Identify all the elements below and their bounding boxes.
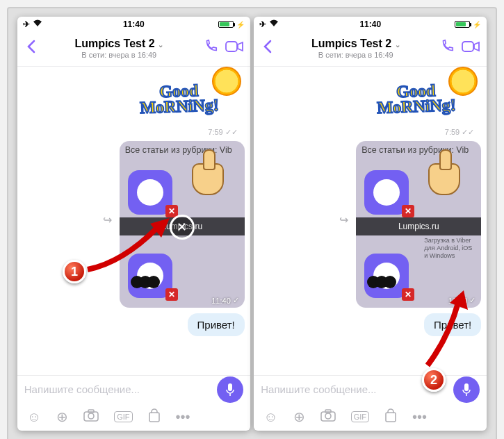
url-overlay: Lumpics.ru <box>356 217 481 235</box>
svg-rect-4 <box>88 410 94 413</box>
sticker-line2: MoRNiNg! <box>140 96 219 117</box>
message-input[interactable] <box>261 383 448 395</box>
annotation-badge-1: 1 <box>63 260 86 283</box>
sticker-picker-button[interactable]: ☺ <box>263 409 277 425</box>
chat-status: В сети: вчера в 16:49 <box>276 51 435 60</box>
shop-button[interactable] <box>384 408 397 426</box>
message-input-bar <box>254 375 487 403</box>
shop-button[interactable] <box>148 408 161 426</box>
attachment-toolbar: ☺ ⊕ GIF ••• <box>17 403 250 431</box>
wifi-icon <box>269 19 279 29</box>
svg-rect-11 <box>386 413 396 422</box>
more-button[interactable]: ••• <box>412 409 427 425</box>
back-button[interactable] <box>258 40 276 58</box>
chat-title: Lumpics Test 2 <box>74 38 154 49</box>
svg-rect-0 <box>226 42 237 51</box>
people-icon <box>367 276 405 292</box>
image-timestamp: 11:40 ✓ <box>211 296 239 305</box>
gif-button[interactable]: GIF <box>351 411 369 422</box>
charging-icon: ⚡ <box>236 21 245 28</box>
attachment-toolbar: ☺ ⊕ GIF ••• <box>254 403 487 431</box>
svg-rect-5 <box>149 413 159 422</box>
charging-icon: ⚡ <box>473 21 481 28</box>
airplane-mode-icon: ✈ <box>23 19 30 29</box>
svg-rect-7 <box>464 383 469 391</box>
image-subtext: Загрузка в Viber для Android, iOS и Wind… <box>424 237 477 259</box>
svg-point-9 <box>325 413 331 419</box>
annotation-badge-2: 2 <box>422 368 446 392</box>
voice-message-button[interactable] <box>453 376 480 403</box>
sent-check-icon: ✓ <box>233 296 239 305</box>
status-time: 11:40 <box>359 19 381 29</box>
pointing-hand-icon <box>428 163 460 195</box>
video-call-button[interactable] <box>222 40 246 56</box>
wifi-icon <box>33 19 42 29</box>
back-button[interactable] <box>22 40 40 58</box>
good-morning-sticker[interactable]: Good MoRNiNg! <box>353 69 478 129</box>
gif-button[interactable]: GIF <box>114 411 132 422</box>
status-bar: ✈ 11:40 ⚡ <box>254 17 487 31</box>
svg-rect-6 <box>462 42 473 51</box>
chat-title-area[interactable]: Lumpics Test 2 ⌄ В сети: вчера в 16:49 <box>40 37 199 59</box>
voice-message-button[interactable] <box>217 376 243 403</box>
sticker-line2: MoRNiNg! <box>377 96 456 117</box>
viber-logo-icon: ✕ <box>364 170 409 215</box>
image-caption: Все статьи из рубрики: Vib <box>125 145 239 155</box>
annotation-arrow-2 <box>414 289 476 372</box>
image-message-bubble[interactable]: Все статьи из рубрики: Vib ✕ Lumpics.ru … <box>356 141 481 308</box>
chat-title: Lumpics Test 2 <box>311 38 391 49</box>
battery-icon <box>218 21 234 28</box>
svg-rect-10 <box>325 410 331 413</box>
chevron-down-icon: ⌄ <box>395 41 400 49</box>
camera-button[interactable] <box>320 409 336 425</box>
more-button[interactable]: ••• <box>176 409 190 425</box>
chat-status: В сети: вчера в 16:49 <box>40 51 199 60</box>
viber-logo-icon: ✕ <box>128 170 172 215</box>
chevron-down-icon: ⌄ <box>158 41 163 49</box>
sticker-picker-button[interactable]: ☺ <box>27 409 41 425</box>
voice-call-button[interactable] <box>435 39 459 58</box>
good-morning-sticker[interactable]: Good MoRNiNg! <box>117 69 242 129</box>
message-input-bar <box>17 375 250 403</box>
comparison-frame: ✈ 11:40 ⚡ Lumpics Test 2 ⌄ В сети: вчера… <box>7 7 497 439</box>
image-caption: Все статьи из рубрики: Vib <box>361 145 475 155</box>
annotation-arrow-1 <box>81 214 178 276</box>
message-input[interactable] <box>24 383 211 395</box>
airplane-mode-icon: ✈ <box>259 19 266 29</box>
text-message-bubble[interactable]: Привет! <box>188 313 245 336</box>
status-bar: ✈ 11:40 ⚡ <box>17 17 250 31</box>
share-icon[interactable]: ↪ <box>339 213 348 226</box>
plus-button[interactable]: ⊕ <box>56 408 68 425</box>
chat-header: Lumpics Test 2 ⌄ В сети: вчера в 16:49 <box>254 31 487 67</box>
chat-header: Lumpics Test 2 ⌄ В сети: вчера в 16:49 <box>17 31 250 67</box>
pointing-hand-icon <box>192 163 224 195</box>
plus-button[interactable]: ⊕ <box>293 408 305 425</box>
voice-call-button[interactable] <box>199 39 222 58</box>
svg-rect-1 <box>228 383 232 391</box>
people-icon <box>131 276 168 292</box>
video-call-button[interactable] <box>459 40 482 56</box>
chat-title-area[interactable]: Lumpics Test 2 ⌄ В сети: вчера в 16:49 <box>276 37 435 59</box>
camera-button[interactable] <box>83 409 99 425</box>
status-time: 11:40 <box>123 19 145 29</box>
svg-point-3 <box>88 413 94 419</box>
battery-icon <box>455 21 470 28</box>
